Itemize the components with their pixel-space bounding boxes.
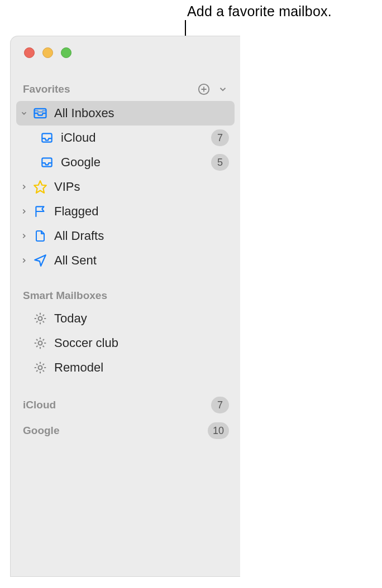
mailbox-label: Today <box>54 311 229 326</box>
mailbox-row[interactable]: All Drafts <box>16 224 235 248</box>
mailbox-label: Flagged <box>54 204 229 219</box>
svg-marker-4 <box>34 181 46 193</box>
mailbox-label: All Inboxes <box>54 106 229 121</box>
paperplane-icon <box>32 252 49 269</box>
mailbox-label: All Sent <box>54 253 229 268</box>
gear-icon <box>32 335 49 351</box>
unread-badge: 7 <box>211 129 229 146</box>
account-section-header[interactable]: Google10 <box>16 418 235 444</box>
window-minimize-button[interactable] <box>42 47 53 58</box>
gear-icon <box>32 310 49 327</box>
star-icon <box>32 179 49 195</box>
mailbox-row[interactable]: Soccer club <box>16 331 235 355</box>
unread-badge: 7 <box>211 397 229 413</box>
account-label: iCloud <box>23 399 211 411</box>
unread-badge: 10 <box>208 422 229 439</box>
disclosure-triangle-icon[interactable] <box>18 108 30 119</box>
account-section-header[interactable]: iCloud7 <box>16 392 235 418</box>
smart-mailboxes-section-header: Smart Mailboxes <box>16 285 235 306</box>
annotation-label: Add a favorite mailbox. <box>187 3 332 20</box>
section-chevron-icon[interactable] <box>216 82 230 97</box>
smart-mailboxes-section-title: Smart Mailboxes <box>23 290 230 302</box>
mailbox-label: iCloud <box>61 131 209 145</box>
window-close-button[interactable] <box>24 47 35 58</box>
mailbox-row[interactable]: VIPs <box>16 175 235 199</box>
all-inboxes-icon <box>32 105 49 122</box>
favorites-section-title: Favorites <box>23 83 192 95</box>
disclosure-triangle-icon[interactable] <box>18 206 30 217</box>
mailbox-row[interactable]: Today <box>16 306 235 331</box>
favorites-section-header: Favorites <box>16 78 235 101</box>
smart-mailboxes-list: Today Soccer club Remodel <box>16 306 235 380</box>
gear-icon <box>32 359 49 376</box>
inbox-icon <box>39 129 55 146</box>
inbox-icon <box>39 154 55 171</box>
disclosure-triangle-icon[interactable] <box>18 255 30 266</box>
unread-badge: 5 <box>211 154 229 171</box>
mailbox-label: Soccer club <box>54 336 229 350</box>
mailbox-label: VIPs <box>54 180 229 194</box>
doc-icon <box>32 228 49 244</box>
window-fullscreen-button[interactable] <box>61 47 71 58</box>
flag-icon <box>32 203 49 220</box>
mailbox-row[interactable]: All Sent <box>16 248 235 273</box>
mailbox-row[interactable]: All Inboxes <box>16 101 235 126</box>
disclosure-triangle-icon[interactable] <box>18 230 30 242</box>
disclosure-triangle-icon[interactable] <box>18 181 30 192</box>
window-traffic-lights <box>11 36 240 70</box>
mailbox-row[interactable]: iCloud7 <box>16 126 235 150</box>
mailbox-row[interactable]: Flagged <box>16 199 235 224</box>
mailbox-label: All Drafts <box>54 229 229 243</box>
mailbox-row[interactable]: Remodel <box>16 355 235 380</box>
account-label: Google <box>23 425 208 437</box>
accounts-list: iCloud7Google10 <box>16 392 235 444</box>
mailbox-row[interactable]: Google5 <box>16 150 235 175</box>
mail-sidebar-window: Favorites All Inboxes iCloud7 <box>10 36 240 577</box>
favorites-list: All Inboxes iCloud7 Google5 VIPs Flagged… <box>16 101 235 273</box>
add-favorite-icon[interactable] <box>197 82 211 97</box>
svg-point-5 <box>39 317 42 321</box>
svg-point-7 <box>39 366 42 370</box>
mailbox-label: Google <box>61 155 209 170</box>
svg-point-6 <box>39 341 42 345</box>
mail-sidebar: Favorites All Inboxes iCloud7 <box>11 70 240 444</box>
mailbox-label: Remodel <box>54 360 229 375</box>
